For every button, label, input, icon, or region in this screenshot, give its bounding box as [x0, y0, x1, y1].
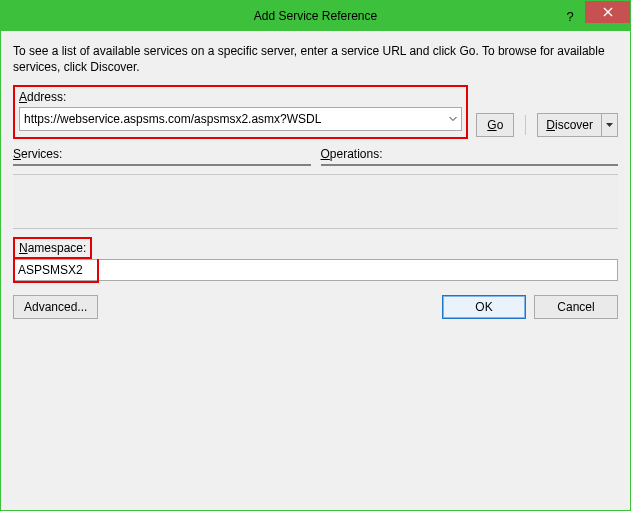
- operations-label: Operations:: [321, 147, 619, 161]
- operations-column: Operations:: [321, 147, 619, 166]
- instructions-text: To see a list of available services on a…: [13, 43, 618, 75]
- address-input[interactable]: [20, 108, 445, 130]
- services-column: Services:: [13, 147, 311, 166]
- namespace-label: Namespace:: [19, 241, 86, 255]
- address-label: Address:: [19, 90, 462, 104]
- close-icon: [603, 7, 613, 17]
- ok-button[interactable]: OK: [442, 295, 526, 319]
- address-group: Address:: [13, 85, 468, 139]
- namespace-label-highlight: Namespace:: [13, 237, 92, 259]
- discover-button[interactable]: Discover: [537, 113, 602, 137]
- titlebar: Add Service Reference ?: [1, 1, 630, 31]
- address-dropdown-button[interactable]: [445, 108, 461, 130]
- footer: Advanced... OK Cancel: [13, 295, 618, 319]
- go-button[interactable]: Go: [476, 113, 514, 137]
- namespace-group: Namespace:: [13, 237, 618, 281]
- advanced-button[interactable]: Advanced...: [13, 295, 98, 319]
- help-button[interactable]: ?: [555, 1, 585, 31]
- client-area: To see a list of available services on a…: [1, 31, 630, 510]
- address-combobox[interactable]: [19, 107, 462, 131]
- discover-split-button: Discover: [537, 113, 618, 137]
- cancel-button[interactable]: Cancel: [534, 295, 618, 319]
- services-listbox[interactable]: [13, 164, 311, 166]
- namespace-input[interactable]: [13, 259, 618, 281]
- operations-listbox[interactable]: [321, 164, 619, 166]
- chevron-down-icon: [606, 123, 613, 128]
- lists-row: Services: Operations:: [13, 147, 618, 166]
- close-button[interactable]: [585, 1, 630, 23]
- services-label: Services:: [13, 147, 311, 161]
- titlebar-controls: ?: [555, 1, 630, 23]
- discover-dropdown-button[interactable]: [602, 113, 618, 137]
- dialog-window: Add Service Reference ? To see a list of…: [0, 0, 631, 511]
- chevron-down-icon: [449, 116, 457, 122]
- button-divider: [525, 115, 526, 135]
- status-area: [13, 174, 618, 229]
- window-title: Add Service Reference: [254, 9, 377, 23]
- svg-marker-2: [606, 123, 613, 127]
